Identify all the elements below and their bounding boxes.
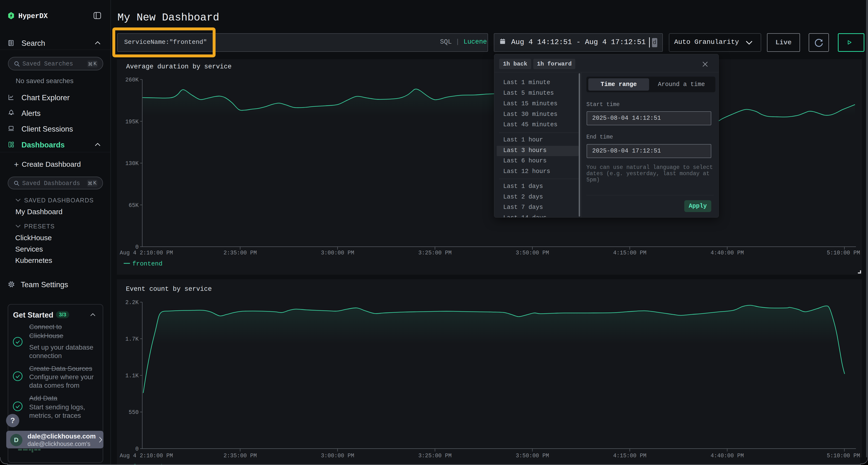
svg-text:2.2K: 2.2K <box>125 299 138 306</box>
svg-text:0: 0 <box>135 446 138 452</box>
svg-text:65K: 65K <box>129 202 139 209</box>
svg-text:1.7K: 1.7K <box>125 336 138 342</box>
svg-text:0: 0 <box>135 244 138 250</box>
svg-text:130K: 130K <box>125 161 138 167</box>
svg-text:5:10:00 PM: 5:10:00 PM <box>827 453 860 459</box>
svg-text:1.1K: 1.1K <box>125 373 138 379</box>
svg-text:2:35:00 PM: 2:35:00 PM <box>223 453 257 459</box>
svg-text:195K: 195K <box>125 119 138 125</box>
svg-text:4:40:00 PM: 4:40:00 PM <box>711 250 744 256</box>
svg-text:frontend: frontend <box>132 260 162 267</box>
svg-text:260K: 260K <box>125 77 138 83</box>
svg-text:3:50:00 PM: 3:50:00 PM <box>516 453 549 459</box>
svg-text:4:15:00 PM: 4:15:00 PM <box>613 453 646 459</box>
svg-text:4:40:00 PM: 4:40:00 PM <box>711 453 744 459</box>
svg-text:Event count by service: Event count by service <box>126 286 212 293</box>
svg-text:Aug 4 2:10:00 PM: Aug 4 2:10:00 PM <box>120 250 173 256</box>
svg-text:3:50:00 PM: 3:50:00 PM <box>516 250 549 256</box>
svg-text:5:10:00 PM: 5:10:00 PM <box>827 250 860 256</box>
svg-text:Aug 4 2:10:00 PM: Aug 4 2:10:00 PM <box>120 453 173 459</box>
svg-text:3:00:00 PM: 3:00:00 PM <box>321 453 354 459</box>
svg-text:3:25:00 PM: 3:25:00 PM <box>418 250 452 256</box>
svg-text:Average duration by service: Average duration by service <box>126 63 231 70</box>
svg-text:2:35:00 PM: 2:35:00 PM <box>223 250 257 256</box>
svg-text:550: 550 <box>129 409 138 416</box>
svg-text:4:15:00 PM: 4:15:00 PM <box>613 250 646 256</box>
svg-text:3:25:00 PM: 3:25:00 PM <box>418 453 452 459</box>
svg-text:3:00:00 PM: 3:00:00 PM <box>321 250 354 256</box>
